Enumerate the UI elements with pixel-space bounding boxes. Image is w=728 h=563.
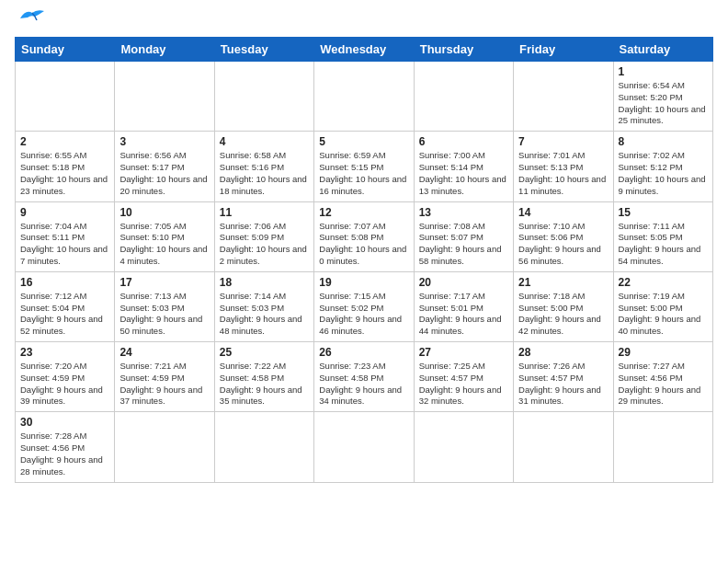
calendar-cell: 30Sunrise: 7:28 AM Sunset: 4:56 PM Dayli… (16, 412, 115, 482)
calendar-cell: 29Sunrise: 7:27 AM Sunset: 4:56 PM Dayli… (613, 342, 712, 412)
day-info: Sunrise: 6:54 AM Sunset: 5:20 PM Dayligh… (619, 80, 708, 127)
calendar-cell: 7Sunrise: 7:01 AM Sunset: 5:13 PM Daylig… (514, 132, 613, 201)
day-info: Sunrise: 7:14 AM Sunset: 5:03 PM Dayligh… (220, 291, 309, 338)
day-number: 17 (119, 276, 209, 289)
calendar-cell (214, 62, 313, 132)
calendar-table: SundayMondayTuesdayWednesdayThursdayFrid… (15, 37, 713, 483)
day-number: 3 (119, 135, 209, 148)
day-number: 12 (319, 206, 408, 219)
calendar-cell: 20Sunrise: 7:17 AM Sunset: 5:01 PM Dayli… (414, 271, 513, 341)
day-number: 7 (518, 135, 608, 148)
day-number: 1 (619, 65, 708, 78)
calendar-cell: 26Sunrise: 7:23 AM Sunset: 4:58 PM Dayli… (314, 342, 414, 412)
day-number: 14 (518, 206, 608, 219)
column-header-sunday: Sunday (16, 38, 115, 62)
calendar-cell (115, 412, 214, 482)
day-info: Sunrise: 6:56 AM Sunset: 5:17 PM Dayligh… (119, 150, 209, 197)
column-header-tuesday: Tuesday (214, 38, 313, 62)
day-info: Sunrise: 7:20 AM Sunset: 4:59 PM Dayligh… (20, 361, 109, 408)
calendar-week-row: 1Sunrise: 6:54 AM Sunset: 5:20 PM Daylig… (16, 62, 713, 132)
day-info: Sunrise: 7:06 AM Sunset: 5:09 PM Dayligh… (220, 221, 309, 268)
day-info: Sunrise: 7:13 AM Sunset: 5:03 PM Dayligh… (119, 291, 209, 338)
day-number: 22 (619, 276, 708, 289)
day-number: 26 (319, 346, 408, 359)
calendar-cell: 21Sunrise: 7:18 AM Sunset: 5:00 PM Dayli… (514, 271, 613, 341)
day-info: Sunrise: 7:17 AM Sunset: 5:01 PM Dayligh… (419, 291, 508, 338)
calendar-cell: 13Sunrise: 7:08 AM Sunset: 5:07 PM Dayli… (414, 201, 513, 271)
calendar-cell: 9Sunrise: 7:04 AM Sunset: 5:11 PM Daylig… (16, 201, 115, 271)
calendar-week-row: 23Sunrise: 7:20 AM Sunset: 4:59 PM Dayli… (16, 342, 713, 412)
calendar-cell (16, 62, 115, 132)
calendar-cell: 18Sunrise: 7:14 AM Sunset: 5:03 PM Dayli… (214, 271, 313, 341)
day-number: 20 (419, 276, 508, 289)
day-number: 4 (220, 135, 309, 148)
day-number: 23 (20, 346, 109, 359)
day-info: Sunrise: 7:26 AM Sunset: 4:57 PM Dayligh… (518, 361, 608, 408)
day-info: Sunrise: 7:28 AM Sunset: 4:56 PM Dayligh… (20, 431, 109, 477)
calendar-cell (314, 62, 414, 132)
column-header-monday: Monday (115, 38, 214, 62)
day-number: 6 (419, 135, 508, 148)
day-info: Sunrise: 6:59 AM Sunset: 5:15 PM Dayligh… (319, 150, 408, 197)
day-info: Sunrise: 7:21 AM Sunset: 4:59 PM Dayligh… (119, 361, 209, 408)
day-number: 25 (220, 346, 309, 359)
day-number: 27 (419, 346, 508, 359)
calendar-cell: 2Sunrise: 6:55 AM Sunset: 5:18 PM Daylig… (16, 132, 115, 201)
calendar-cell: 3Sunrise: 6:56 AM Sunset: 5:17 PM Daylig… (115, 132, 214, 201)
calendar-cell (613, 412, 712, 482)
calendar-cell (514, 62, 613, 132)
day-number: 5 (319, 135, 408, 148)
day-number: 29 (619, 346, 708, 359)
calendar-week-row: 30Sunrise: 7:28 AM Sunset: 4:56 PM Dayli… (16, 412, 713, 482)
calendar-cell: 14Sunrise: 7:10 AM Sunset: 5:06 PM Dayli… (514, 201, 613, 271)
day-info: Sunrise: 7:00 AM Sunset: 5:14 PM Dayligh… (419, 150, 508, 197)
calendar-cell: 17Sunrise: 7:13 AM Sunset: 5:03 PM Dayli… (115, 271, 214, 341)
day-number: 2 (20, 135, 109, 148)
calendar-cell: 8Sunrise: 7:02 AM Sunset: 5:12 PM Daylig… (613, 132, 712, 201)
page-header (15, 15, 713, 28)
column-header-saturday: Saturday (613, 38, 712, 62)
calendar-cell (214, 412, 313, 482)
calendar-cell (414, 62, 513, 132)
day-info: Sunrise: 7:10 AM Sunset: 5:06 PM Dayligh… (518, 221, 608, 268)
day-number: 30 (20, 416, 109, 429)
day-number: 28 (518, 346, 608, 359)
calendar-cell: 10Sunrise: 7:05 AM Sunset: 5:10 PM Dayli… (115, 201, 214, 271)
day-info: Sunrise: 7:19 AM Sunset: 5:00 PM Dayligh… (619, 291, 708, 338)
day-number: 19 (319, 276, 408, 289)
calendar-header-row: SundayMondayTuesdayWednesdayThursdayFrid… (16, 38, 713, 62)
calendar-cell: 22Sunrise: 7:19 AM Sunset: 5:00 PM Dayli… (613, 271, 712, 341)
column-header-wednesday: Wednesday (314, 38, 414, 62)
day-info: Sunrise: 7:05 AM Sunset: 5:10 PM Dayligh… (119, 221, 209, 268)
calendar-cell: 6Sunrise: 7:00 AM Sunset: 5:14 PM Daylig… (414, 132, 513, 201)
day-info: Sunrise: 7:08 AM Sunset: 5:07 PM Dayligh… (419, 221, 508, 268)
column-header-friday: Friday (514, 38, 613, 62)
calendar-cell: 23Sunrise: 7:20 AM Sunset: 4:59 PM Dayli… (16, 342, 115, 412)
calendar-week-row: 2Sunrise: 6:55 AM Sunset: 5:18 PM Daylig… (16, 132, 713, 201)
calendar-cell (314, 412, 414, 482)
calendar-cell: 27Sunrise: 7:25 AM Sunset: 4:57 PM Dayli… (414, 342, 513, 412)
logo-bird-icon (18, 7, 46, 28)
day-number: 9 (20, 206, 109, 219)
calendar-cell: 19Sunrise: 7:15 AM Sunset: 5:02 PM Dayli… (314, 271, 414, 341)
calendar-week-row: 16Sunrise: 7:12 AM Sunset: 5:04 PM Dayli… (16, 271, 713, 341)
calendar-cell: 1Sunrise: 6:54 AM Sunset: 5:20 PM Daylig… (613, 62, 712, 132)
calendar-cell (115, 62, 214, 132)
calendar-cell: 5Sunrise: 6:59 AM Sunset: 5:15 PM Daylig… (314, 132, 414, 201)
calendar-cell: 28Sunrise: 7:26 AM Sunset: 4:57 PM Dayli… (514, 342, 613, 412)
day-info: Sunrise: 7:23 AM Sunset: 4:58 PM Dayligh… (319, 361, 408, 408)
calendar-cell: 4Sunrise: 6:58 AM Sunset: 5:16 PM Daylig… (214, 132, 313, 201)
day-number: 10 (119, 206, 209, 219)
day-info: Sunrise: 7:01 AM Sunset: 5:13 PM Dayligh… (518, 150, 608, 197)
day-info: Sunrise: 7:22 AM Sunset: 4:58 PM Dayligh… (220, 361, 309, 408)
day-info: Sunrise: 7:11 AM Sunset: 5:05 PM Dayligh… (619, 221, 708, 268)
day-info: Sunrise: 7:15 AM Sunset: 5:02 PM Dayligh… (319, 291, 408, 338)
day-number: 21 (518, 276, 608, 289)
day-number: 13 (419, 206, 508, 219)
day-info: Sunrise: 7:25 AM Sunset: 4:57 PM Dayligh… (419, 361, 508, 408)
calendar-cell (514, 412, 613, 482)
calendar-week-row: 9Sunrise: 7:04 AM Sunset: 5:11 PM Daylig… (16, 201, 713, 271)
day-number: 8 (619, 135, 708, 148)
day-number: 11 (220, 206, 309, 219)
calendar-cell: 15Sunrise: 7:11 AM Sunset: 5:05 PM Dayli… (613, 201, 712, 271)
